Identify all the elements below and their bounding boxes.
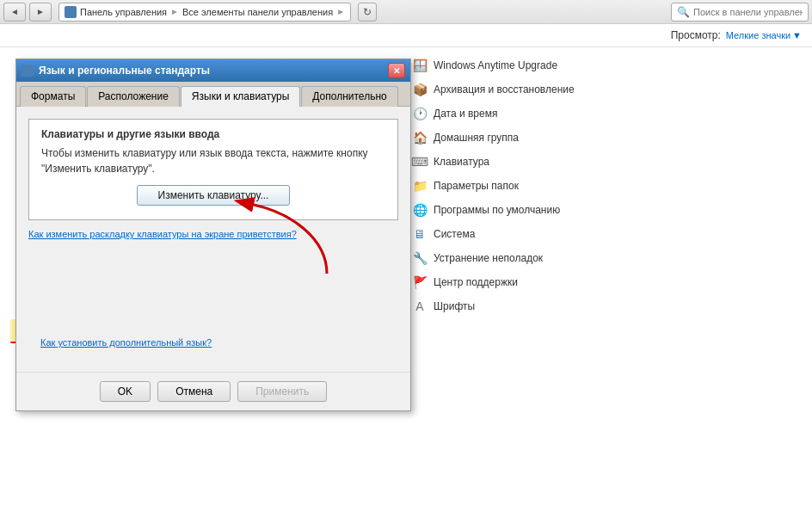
title-bar-left: ◄ ► Панель управления ► Все элементы пан… bbox=[3, 3, 377, 22]
cp-item-datetime[interactable]: 🕐Дата и время bbox=[408, 102, 802, 125]
system-icon: 🖥 bbox=[411, 225, 428, 243]
forward-button[interactable]: ► bbox=[29, 3, 52, 22]
windows-anytime-label: Windows Anytime Upgrade bbox=[434, 59, 557, 71]
cp-item-troubleshoot[interactable]: 🔧Устранение неполадок bbox=[408, 247, 802, 269]
search-icon: 🔍 bbox=[677, 6, 690, 18]
tab-дополнительно[interactable]: Дополнительно bbox=[301, 86, 397, 107]
breadcrumb-part-1[interactable]: Панель управления bbox=[80, 7, 167, 17]
system-label: Система bbox=[434, 228, 475, 240]
back-button[interactable]: ◄ bbox=[3, 3, 26, 22]
homegroup-label: Домашняя группа bbox=[434, 132, 519, 144]
group-description: Чтобы изменить клавиатуру или язык ввода… bbox=[41, 145, 385, 176]
apply-button[interactable]: Применить bbox=[237, 381, 327, 402]
datetime-label: Дата и время bbox=[434, 108, 497, 120]
default-progs-icon: 🌐 bbox=[411, 201, 428, 219]
cancel-button[interactable]: Отмена bbox=[157, 381, 231, 402]
tab-форматы[interactable]: Форматы bbox=[20, 86, 86, 107]
dialog-tabs: ФорматыРасположениеЯзыки и клавиатурыДоп… bbox=[16, 82, 410, 107]
breadcrumb-separator: ► bbox=[170, 7, 179, 16]
default-progs-label: Программы по умолчанию bbox=[434, 204, 560, 216]
change-keyboard-button[interactable]: Изменить клавиатуру... bbox=[137, 185, 291, 206]
support-icon: 🚩 bbox=[411, 274, 428, 291]
tab-языки-и-клавиатуры[interactable]: Языки и клавиатуры bbox=[181, 86, 300, 107]
title-bar-right: 🔍 bbox=[671, 3, 809, 22]
chevron-down-icon: ▼ bbox=[792, 30, 802, 40]
refresh-button[interactable]: ↻ bbox=[358, 3, 377, 22]
dialog-title-text: Язык и региональные стандарты bbox=[22, 65, 210, 77]
view-label: Просмотр: bbox=[671, 29, 721, 41]
keyboard-label: Клавиатура bbox=[434, 156, 489, 168]
cp-toolbar: Просмотр: Мелкие значки ▼ bbox=[0, 24, 812, 47]
support-label: Центр поддержки bbox=[434, 276, 518, 288]
datetime-icon: 🕐 bbox=[411, 105, 428, 122]
archive-label: Архивация и восстановление bbox=[434, 83, 575, 96]
group-title: Клавиатуры и другие языки ввода bbox=[41, 128, 385, 140]
archive-icon: 📦 bbox=[411, 81, 428, 98]
keyboard-group: Клавиатуры и другие языки ввода Чтобы из… bbox=[28, 119, 398, 220]
dialog-title-label: Язык и региональные стандарты bbox=[39, 65, 210, 77]
troubleshoot-label: Устранение неполадок bbox=[434, 252, 543, 264]
dialog-footer: OK Отмена Применить bbox=[16, 372, 410, 410]
breadcrumb-icon bbox=[65, 6, 77, 18]
dialog-icon bbox=[22, 65, 34, 77]
cp-item-archive[interactable]: 📦Архивация и восстановление bbox=[408, 78, 802, 101]
tab-расположение[interactable]: Расположение bbox=[87, 86, 180, 107]
folders-icon: 📁 bbox=[411, 177, 428, 194]
cp-item-fonts[interactable]: AШрифты bbox=[408, 295, 802, 317]
cp-item-support[interactable]: 🚩Центр поддержки bbox=[408, 271, 802, 293]
cp-item-homegroup[interactable]: 🏠Домашняя группа bbox=[408, 126, 802, 149]
install-language-link[interactable]: Как установить дополнительный язык? bbox=[28, 325, 398, 360]
search-box[interactable]: 🔍 bbox=[671, 3, 809, 22]
troubleshoot-icon: 🔧 bbox=[411, 250, 428, 267]
breadcrumb-part-2[interactable]: Все элементы панели управления bbox=[182, 7, 333, 17]
folders-label: Параметры папок bbox=[434, 180, 519, 192]
keyboard-icon: ⌨ bbox=[411, 153, 428, 170]
homegroup-icon: 🏠 bbox=[411, 129, 428, 146]
cp-item-windows-anytime[interactable]: 🪟Windows Anytime Upgrade bbox=[408, 54, 802, 77]
view-select-button[interactable]: Мелкие значки ▼ bbox=[726, 30, 802, 40]
language-dialog[interactable]: Язык и региональные стандарты ✕ ФорматыР… bbox=[15, 59, 411, 411]
breadcrumb-separator-2: ► bbox=[336, 7, 345, 16]
windows-anytime-icon: 🪟 bbox=[411, 57, 428, 74]
cp-item-default-progs[interactable]: 🌐Программы по умолчанию bbox=[408, 199, 802, 221]
dialog-close-button[interactable]: ✕ bbox=[388, 63, 405, 78]
dialog-body: Клавиатуры и другие языки ввода Чтобы из… bbox=[16, 107, 410, 372]
dialog-title-bar: Язык и региональные стандарты ✕ bbox=[16, 59, 410, 82]
breadcrumb-bar: Панель управления ► Все элементы панели … bbox=[58, 3, 351, 22]
fonts-icon: A bbox=[411, 298, 428, 315]
fonts-label: Шрифты bbox=[434, 300, 475, 312]
change-layout-link[interactable]: Как изменить раскладку клавиатуры на экр… bbox=[28, 229, 398, 239]
cp-item-folders[interactable]: 📁Параметры папок bbox=[408, 175, 802, 197]
cp-item-system[interactable]: 🖥Система bbox=[408, 223, 802, 245]
search-input[interactable] bbox=[693, 7, 803, 17]
cp-item-keyboard[interactable]: ⌨Клавиатура bbox=[408, 151, 802, 173]
view-value: Мелкие значки bbox=[726, 30, 790, 40]
title-bar: ◄ ► Панель управления ► Все элементы пан… bbox=[0, 0, 812, 24]
ok-button[interactable]: OK bbox=[100, 381, 151, 402]
